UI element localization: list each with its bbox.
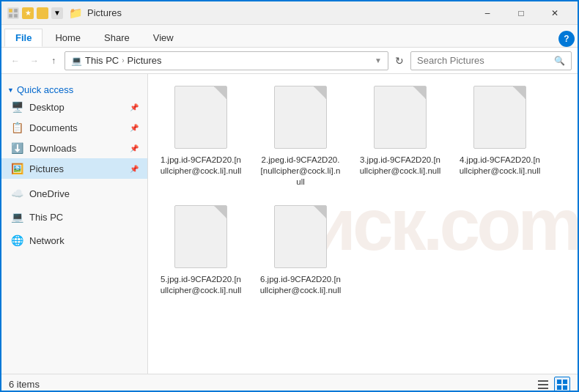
icon-view-button[interactable] — [554, 377, 570, 393]
svg-rect-0 — [9, 9, 12, 12]
title-folder-icon: 📁 — [69, 7, 83, 20]
file-icon — [172, 205, 230, 271]
title-bar-controls: – □ ✕ — [471, 1, 572, 25]
refresh-button[interactable]: ↻ — [391, 53, 407, 69]
svg-rect-2 — [9, 14, 12, 18]
sidebar-network-label: Network — [29, 235, 64, 246]
forward-button[interactable]: → — [26, 53, 43, 69]
title-bar-title: 📁 Pictures — [69, 7, 471, 20]
file-item[interactable]: 3.jpg.id-9CFA2D20.[nullcipher@cock.li].n… — [356, 83, 444, 191]
minimize-button[interactable]: – — [471, 1, 504, 25]
sidebar-item-this-pc[interactable]: 💻 This PC — [1, 207, 147, 227]
pin-icon-desktop: 📌 — [130, 103, 139, 111]
svg-rect-7 — [557, 380, 561, 384]
sidebar-item-onedrive[interactable]: ☁️ OneDrive — [1, 183, 147, 204]
sidebar-pictures-label: Pictures — [29, 163, 64, 174]
file-item[interactable]: 5.jpg.id-9CFA2D20.[nullcipher@cock.li].n… — [157, 202, 245, 299]
search-icon[interactable]: 🔍 — [554, 56, 565, 66]
network-icon: 🌐 — [10, 234, 23, 246]
search-box[interactable]: 🔍 — [410, 51, 572, 70]
pin-icon-downloads: 📌 — [130, 144, 139, 152]
sidebar-documents-label: Documents — [29, 122, 78, 133]
svg-rect-6 — [538, 388, 548, 389]
sidebar-onedrive-label: OneDrive — [29, 188, 70, 199]
sidebar-this-pc-label: This PC — [29, 212, 63, 223]
maximize-button[interactable]: □ — [504, 1, 538, 25]
sidebar-item-network[interactable]: 🌐 Network — [1, 230, 147, 251]
title-bar: ★ ▼ 📁 Pictures – □ ✕ — [1, 1, 578, 25]
up-button[interactable]: ↑ — [45, 53, 62, 69]
ribbon: File Home Share View ? — [1, 25, 578, 48]
sidebar-item-pictures[interactable]: 🖼️ Pictures 📌 — [1, 158, 147, 179]
file-name: 5.jpg.id-9CFA2D20.[nullcipher@cock.li].n… — [160, 274, 242, 296]
file-name: 2.jpeg.id-9CFA2D20.[nullcipher@cock.li].… — [259, 155, 342, 188]
main-layout: ▼ Quick access 🖥️ Desktop 📌 📋 Documents … — [1, 74, 578, 374]
path-icon: 💻 — [71, 56, 82, 66]
file-page — [374, 86, 427, 149]
sidebar-item-desktop[interactable]: 🖥️ Desktop 📌 — [1, 97, 147, 117]
file-name: 1.jpg.id-9CFA2D20.[nullcipher@cock.li].n… — [160, 155, 242, 177]
pictures-icon: 🖼️ — [10, 163, 23, 174]
file-name: 6.jpg.id-9CFA2D20.[nullcipher@cock.li].n… — [259, 274, 342, 296]
sidebar-downloads-label: Downloads — [29, 143, 76, 154]
path-dropdown-icon[interactable]: ▼ — [375, 56, 382, 64]
path-pictures: Pictures — [128, 55, 162, 66]
dropdown-icon[interactable]: ▼ — [51, 7, 63, 19]
tab-share[interactable]: Share — [93, 29, 141, 47]
this-pc-icon: 💻 — [10, 211, 23, 223]
pin-icon-pictures: 📌 — [130, 165, 139, 173]
file-page — [274, 86, 327, 149]
ribbon-tabs: File Home Share View ? — [1, 25, 578, 47]
tab-file[interactable]: File — [4, 29, 43, 47]
quick-access-section[interactable]: ▼ Quick access — [1, 80, 147, 97]
file-item[interactable]: 6.jpg.id-9CFA2D20.[nullcipher@cock.li].n… — [257, 202, 344, 299]
svg-rect-9 — [557, 385, 561, 390]
close-button[interactable]: ✕ — [538, 1, 572, 25]
folder-color-icon — [37, 7, 48, 19]
svg-rect-4 — [538, 380, 548, 382]
downloads-icon: ⬇️ — [10, 142, 23, 154]
quick-access-arrow: ▼ — [7, 86, 14, 94]
title-bar-icons: ★ ▼ — [7, 7, 63, 19]
back-button[interactable]: ← — [7, 53, 23, 69]
file-item[interactable]: 2.jpeg.id-9CFA2D20.[nullcipher@cock.li].… — [257, 83, 344, 191]
quick-access-label: Quick access — [17, 84, 73, 95]
file-icon — [271, 205, 330, 271]
address-path[interactable]: 💻 This PC › Pictures ▼ — [64, 51, 388, 70]
tab-view[interactable]: View — [142, 29, 185, 47]
window-title: Pictures — [87, 7, 122, 18]
file-item[interactable]: 4.jpg.id-9CFA2D20.[nullcipher@cock.li].n… — [456, 83, 544, 191]
sidebar-item-downloads[interactable]: ⬇️ Downloads 📌 — [1, 138, 147, 158]
sidebar-item-documents[interactable]: 📋 Documents 📌 — [1, 117, 147, 138]
path-this-pc: This PC — [85, 55, 119, 66]
file-page — [473, 86, 526, 149]
documents-icon: 📋 — [10, 122, 23, 133]
file-item[interactable]: 1.jpg.id-9CFA2D20.[nullcipher@cock.li].n… — [157, 83, 245, 191]
file-page — [274, 205, 327, 268]
file-page — [174, 86, 227, 149]
svg-rect-8 — [563, 380, 567, 384]
window-icon — [7, 7, 19, 19]
pin-icon-documents: 📌 — [130, 124, 139, 132]
onedrive-icon: ☁️ — [10, 188, 23, 199]
tab-home[interactable]: Home — [44, 29, 92, 47]
list-view-button[interactable] — [535, 377, 551, 393]
desktop-icon: 🖥️ — [10, 101, 23, 113]
file-icon — [371, 86, 429, 152]
svg-rect-5 — [538, 384, 548, 385]
file-name: 4.jpg.id-9CFA2D20.[nullcipher@cock.li].n… — [459, 155, 541, 177]
file-icon — [172, 86, 230, 152]
svg-rect-1 — [14, 9, 18, 12]
file-icon — [471, 86, 529, 152]
help-button[interactable]: ? — [558, 31, 575, 47]
files-grid: 1.jpg.id-9CFA2D20.[nullcipher@cock.li].n… — [157, 83, 569, 299]
file-area: риск.com 1.jpg.id-9CFA2D20.[nullcipher@c… — [148, 74, 578, 374]
path-arrow-1: › — [122, 56, 124, 64]
search-input[interactable] — [417, 55, 551, 66]
file-page — [174, 205, 227, 268]
file-icon — [271, 86, 330, 152]
address-bar: ← → ↑ 💻 This PC › Pictures ▼ ↻ 🔍 — [1, 48, 578, 74]
svg-rect-3 — [14, 14, 18, 18]
item-count: 6 items — [9, 379, 40, 390]
view-controls — [535, 377, 570, 393]
